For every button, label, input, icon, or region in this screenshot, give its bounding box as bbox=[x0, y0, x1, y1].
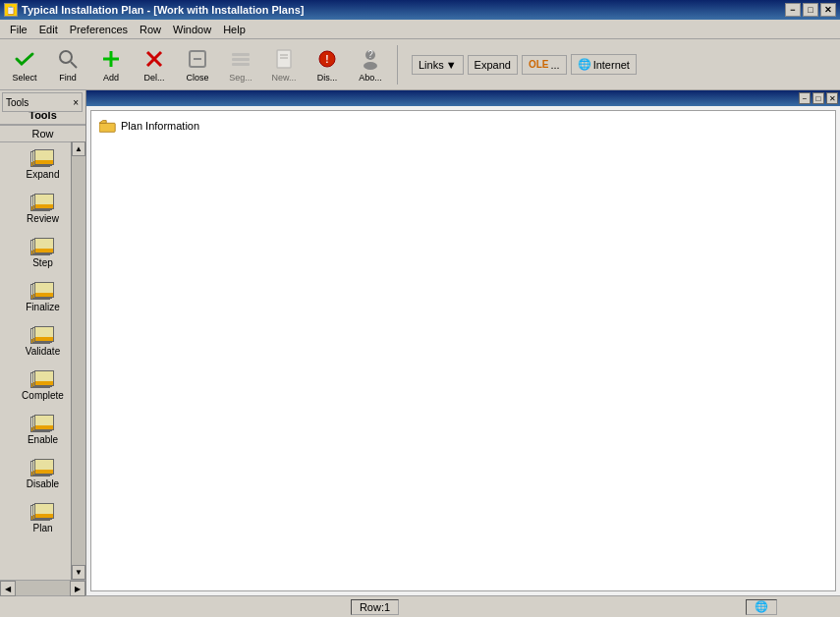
main-area: Tools × Tools Row Expand Review bbox=[0, 90, 840, 595]
add-label: Add bbox=[103, 73, 119, 83]
menu-help[interactable]: Help bbox=[217, 22, 252, 37]
seg-label: Seg... bbox=[229, 73, 252, 83]
menu-row[interactable]: Row bbox=[134, 22, 167, 37]
plan-item-label: Plan bbox=[32, 523, 52, 533]
enable-item-label: Enable bbox=[28, 434, 58, 445]
find-label: Find bbox=[59, 73, 77, 83]
validate-item-label: Validate bbox=[26, 346, 60, 357]
find-icon bbox=[56, 47, 80, 71]
menu-edit[interactable]: Edit bbox=[33, 22, 64, 37]
title-bar-buttons: − □ ✕ bbox=[785, 3, 836, 17]
window-title: Typical Installation Plan - [Work with I… bbox=[22, 4, 304, 16]
content-inner: Plan Information bbox=[90, 110, 836, 591]
toolbar-add[interactable]: Add bbox=[90, 42, 132, 87]
ole-button[interactable]: OLE ... bbox=[522, 55, 567, 75]
close-tb-icon bbox=[186, 47, 209, 71]
ole-icon: OLE bbox=[529, 59, 549, 70]
menu-window[interactable]: Window bbox=[167, 22, 217, 37]
toolbar-del[interactable]: Del... bbox=[134, 42, 175, 87]
scroll-left-btn[interactable]: ◀ bbox=[0, 581, 16, 596]
vert-scroll-down-btn[interactable]: ▼ bbox=[72, 565, 85, 580]
enable-icon bbox=[30, 415, 56, 432]
toolbar-seg[interactable]: Seg... bbox=[220, 42, 261, 87]
svg-rect-10 bbox=[232, 63, 250, 66]
menu-bar: File Edit Preferences Row Window Help bbox=[0, 20, 840, 39]
seg-icon bbox=[229, 47, 252, 71]
expand-icon bbox=[30, 149, 56, 167]
expand-item-label: Expand bbox=[27, 169, 60, 180]
app-icon: 📋 bbox=[4, 3, 18, 17]
scroll-track bbox=[16, 581, 70, 595]
dis-label: Dis... bbox=[317, 73, 338, 83]
toolbar-abo[interactable]: ? Abo... bbox=[350, 42, 391, 87]
plan-icon bbox=[30, 503, 56, 521]
svg-point-17 bbox=[364, 62, 377, 70]
review-icon bbox=[30, 194, 56, 211]
toolbar-close[interactable]: Close bbox=[177, 42, 218, 87]
menu-file[interactable]: File bbox=[4, 22, 33, 37]
scroll-right-btn[interactable]: ▶ bbox=[70, 581, 85, 596]
vert-scrollbar: ▲ ▼ bbox=[71, 141, 85, 580]
links-label: Links bbox=[419, 59, 444, 71]
internet-label: Internet bbox=[593, 59, 630, 71]
minimize-button[interactable]: − bbox=[785, 3, 801, 17]
left-scroll: ◀ ▶ bbox=[0, 580, 85, 595]
toolbar-find[interactable]: Find bbox=[47, 42, 88, 87]
close-button[interactable]: ✕ bbox=[820, 3, 836, 17]
dis-icon: ! bbox=[315, 47, 339, 71]
expand-label: Expand bbox=[475, 59, 511, 71]
left-panel-subheader: Row bbox=[0, 126, 85, 142]
vert-scroll-up-btn[interactable]: ▲ bbox=[72, 141, 85, 156]
plan-info-label: Plan Information bbox=[121, 120, 199, 132]
svg-text:!: ! bbox=[325, 54, 328, 65]
float-panel-close[interactable]: × bbox=[73, 97, 79, 108]
review-item-label: Review bbox=[27, 213, 59, 224]
abo-label: Abo... bbox=[359, 73, 382, 83]
del-label: Del... bbox=[143, 73, 164, 83]
internet-globe-icon: 🌐 bbox=[578, 58, 591, 71]
select-label: Select bbox=[12, 73, 36, 83]
maximize-button[interactable]: □ bbox=[803, 3, 818, 17]
svg-rect-9 bbox=[232, 58, 250, 61]
close-label: Close bbox=[186, 73, 208, 83]
disable-item-label: Disable bbox=[27, 478, 59, 489]
links-arrow-icon: ▼ bbox=[446, 59, 457, 71]
inner-minimize-btn[interactable]: − bbox=[799, 92, 811, 104]
del-icon bbox=[142, 47, 166, 71]
toolbar-right: Links ▼ Expand OLE ... 🌐 Internet bbox=[412, 54, 637, 75]
ole-label: ... bbox=[550, 59, 559, 71]
svg-rect-8 bbox=[232, 53, 250, 56]
inner-maximize-btn[interactable]: □ bbox=[812, 92, 824, 104]
title-bar-left: 📋 Typical Installation Plan - [Work with… bbox=[4, 3, 304, 17]
svg-text:?: ? bbox=[367, 49, 373, 60]
float-panel: Tools × bbox=[2, 92, 83, 112]
expand-button[interactable]: Expand bbox=[468, 55, 518, 75]
inner-close-btn[interactable]: ✕ bbox=[826, 92, 838, 104]
toolbar-new[interactable]: New... bbox=[263, 42, 305, 87]
tree-item-plan-info[interactable]: Plan Information bbox=[99, 119, 827, 133]
validate-icon bbox=[30, 326, 56, 344]
finalize-icon bbox=[30, 282, 56, 300]
finalize-item-label: Finalize bbox=[26, 302, 59, 312]
toolbar-select[interactable]: Select bbox=[4, 42, 45, 87]
disable-icon bbox=[30, 459, 56, 477]
toolbar-dis[interactable]: ! Dis... bbox=[307, 42, 348, 87]
internet-button[interactable]: 🌐 Internet bbox=[571, 54, 637, 75]
globe-icon: 🌐 bbox=[755, 600, 768, 613]
sub-title-area: − □ ✕ bbox=[86, 90, 840, 106]
step-icon bbox=[30, 238, 56, 255]
svg-line-1 bbox=[71, 62, 77, 68]
menu-preferences[interactable]: Preferences bbox=[64, 22, 134, 37]
svg-rect-11 bbox=[277, 50, 291, 68]
toolbar: Select Find Add Del... bbox=[0, 39, 840, 90]
status-globe: 🌐 bbox=[746, 599, 777, 615]
complete-icon bbox=[30, 370, 56, 388]
row-label: Row:1 bbox=[360, 601, 390, 613]
svg-rect-19 bbox=[99, 123, 115, 132]
tree-area: Plan Information bbox=[91, 111, 835, 140]
folder-icon bbox=[99, 119, 117, 133]
links-button[interactable]: Links ▼ bbox=[412, 55, 464, 75]
new-icon bbox=[272, 47, 296, 71]
new-label: New... bbox=[271, 73, 296, 83]
status-bar: Row:1 🌐 bbox=[0, 595, 840, 617]
